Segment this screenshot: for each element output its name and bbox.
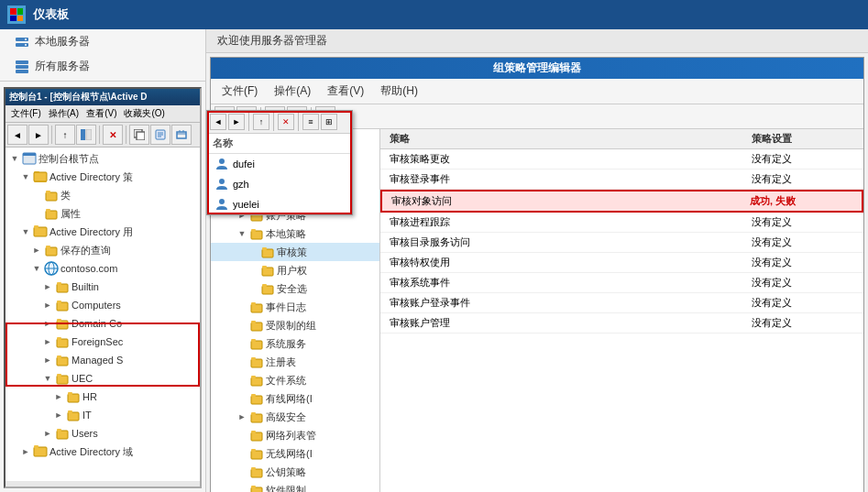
tree-node-it[interactable]: ► IT [5, 406, 200, 424]
tree-label-hr: HR [82, 391, 97, 402]
gp-col-setting: 策略设置 [748, 132, 858, 146]
tb-properties[interactable] [150, 125, 170, 145]
gp-menu-view[interactable]: 查看(V) [320, 81, 371, 102]
mp-tb-list[interactable]: ≡ [302, 114, 319, 130]
tree-node-ad1[interactable]: ▼ Active Directory 策 [5, 168, 200, 186]
gp-label-netlist: 网络列表管 [266, 429, 316, 443]
tree-node-manageds[interactable]: ► Managed S [5, 351, 200, 369]
tree-node-contoso[interactable]: ▼ contoso.com [5, 259, 200, 278]
expander-hr: ► [53, 391, 64, 402]
console-title-bar: 控制台1 - [控制台根节点\Active D [5, 89, 200, 105]
gp-tree-audit[interactable]: 审核策 [211, 243, 379, 261]
mp-item-2[interactable]: yuelei [207, 194, 352, 214]
svg-rect-29 [34, 225, 38, 228]
gp-menu-action[interactable]: 操作(A) [267, 81, 318, 102]
all-servers-label: 所有服务器 [35, 59, 90, 74]
gp-tree-pubkey[interactable]: 公钥策略 [211, 463, 379, 481]
mp-tb-forward[interactable]: ► [228, 114, 245, 130]
gp-tree-software[interactable]: 软件限制 [211, 481, 379, 492]
gp-tree-wireless[interactable]: 无线网络(I [211, 444, 379, 463]
gp-tree-filesystem[interactable]: 文件系统 [211, 371, 379, 389]
tb-up[interactable]: ↑ [55, 125, 75, 145]
gp-tree-wired[interactable]: 有线网络(I [211, 389, 379, 408]
mp-tb-back[interactable]: ◄ [210, 114, 226, 130]
tb-delete[interactable]: ✕ [103, 125, 123, 145]
gp-row-2[interactable]: 审核对象访问 成功, 失败 [380, 190, 863, 213]
tree-node-ad2[interactable]: ▼ Active Directory 用 [5, 223, 200, 241]
mp-item-label-0: dufei [233, 159, 255, 169]
tree-node-uec[interactable]: ▼ UEC [5, 369, 200, 388]
gp-tree-advsec[interactable]: ► 高级安全 [211, 408, 379, 426]
svg-rect-78 [251, 302, 256, 305]
tb-new-window[interactable] [129, 125, 149, 145]
tree-node-domainco[interactable]: ► Domain Co [5, 314, 200, 333]
mp-item-label-2: yuelei [233, 199, 259, 210]
tree-node-ad3[interactable]: ► Active Directory 域 [5, 443, 200, 461]
tb-show-hide[interactable] [76, 125, 96, 145]
svg-rect-87 [251, 396, 262, 404]
mp-tb-sep2 [273, 113, 274, 131]
gp-label-secopt: 安全选 [277, 282, 307, 296]
sidebar-item-all-servers[interactable]: 所有服务器 [0, 54, 205, 79]
mp-item-0[interactable]: dufei [207, 154, 352, 174]
console-menu-file[interactable]: 文件(F) [7, 106, 45, 121]
gp-row-7[interactable]: 审核账户登录事件 没有定义 [380, 293, 863, 313]
sidebar-item-local-server[interactable]: 本地服务器 [0, 29, 205, 54]
tree-node-root[interactable]: ▼ 控制台根节点 [5, 149, 200, 168]
console-menu-action[interactable]: 操作(A) [45, 106, 82, 121]
tree-label-manageds: Managed S [71, 355, 123, 366]
tree-label-foreignsec: ForeignSec [71, 336, 123, 347]
mp-tb-detail[interactable]: ⊞ [321, 114, 337, 130]
gp-row-1[interactable]: 审核登录事件 没有定义 [380, 169, 863, 190]
tree-node-users[interactable]: ► Users [5, 424, 200, 443]
svg-rect-77 [251, 304, 262, 312]
gp-label-registry: 注册表 [266, 355, 296, 369]
mp-item-1[interactable]: gzh [207, 174, 352, 194]
tree-label-builtin: Builtin [71, 281, 99, 292]
svg-rect-51 [57, 431, 68, 439]
console-menu-view[interactable]: 查看(V) [82, 106, 120, 121]
svg-rect-37 [57, 302, 68, 311]
mp-tb-up[interactable]: ↑ [253, 114, 269, 130]
tree-node-hr[interactable]: ► HR [5, 388, 200, 406]
gp-row-0[interactable]: 审核策略更改 没有定义 [380, 149, 863, 169]
svg-rect-69 [251, 231, 262, 239]
gp-tree-local[interactable]: ▼ 本地策略 [211, 224, 379, 243]
gp-tree-registry[interactable]: 注册表 [211, 353, 379, 371]
tb-forward[interactable]: ► [28, 125, 49, 145]
tb-help[interactable] [171, 125, 192, 145]
gp-tree-restricted[interactable]: 受限制的组 [211, 316, 379, 334]
server-icon [15, 35, 29, 49]
tree-node-saved[interactable]: ► 保存的查询 [5, 241, 200, 259]
tree-node-attr[interactable]: 属性 [5, 204, 200, 223]
gp-tree-eventlog[interactable]: 事件日志 [211, 298, 379, 316]
console-menu-fav[interactable]: 收藏夹(O) [120, 106, 168, 121]
mp-tb-sep1 [248, 113, 249, 131]
gp-label-restricted: 受限制的组 [266, 319, 316, 333]
gp-tree-sysservice[interactable]: 系统服务 [211, 334, 379, 353]
gp-tree-netlist[interactable]: 网络列表管 [211, 426, 379, 444]
tree-node-computers[interactable]: ► Computers [5, 296, 200, 314]
gp-row-8[interactable]: 审核账户管理 没有定义 [380, 313, 863, 333]
tree-node-builtin[interactable]: ► Builtin [5, 278, 200, 296]
gp-row-4[interactable]: 审核目录服务访问 没有定义 [380, 233, 863, 253]
svg-rect-88 [251, 394, 256, 397]
gp-tree-secopt[interactable]: 安全选 [211, 279, 379, 298]
mp-user-icon-1 [214, 177, 229, 191]
gp-menu-help[interactable]: 帮助(H) [373, 81, 425, 102]
middle-pane-header: 名称 [207, 134, 352, 154]
svg-rect-7 [81, 129, 85, 140]
console-toolbar: ◄ ► ↑ ✕ [5, 123, 200, 148]
tb-back[interactable]: ◄ [7, 125, 27, 145]
gp-row-3[interactable]: 审核进程跟踪 没有定义 [380, 213, 863, 233]
attr-icon [44, 206, 59, 221]
tree-node-class[interactable]: 类 [5, 186, 200, 204]
gp-tree-userright[interactable]: 用户权 [211, 261, 379, 279]
gp-menu-file[interactable]: 文件(F) [214, 81, 265, 102]
gp-row-5[interactable]: 审核特权使用 没有定义 [380, 253, 863, 273]
svg-rect-96 [251, 467, 256, 470]
gp-row-6[interactable]: 审核系统事件 没有定义 [380, 273, 863, 293]
tree-node-foreignsec[interactable]: ► ForeignSec [5, 333, 200, 351]
gp-icon-filesystem [249, 373, 264, 388]
mp-tb-delete[interactable]: ✕ [278, 114, 294, 130]
